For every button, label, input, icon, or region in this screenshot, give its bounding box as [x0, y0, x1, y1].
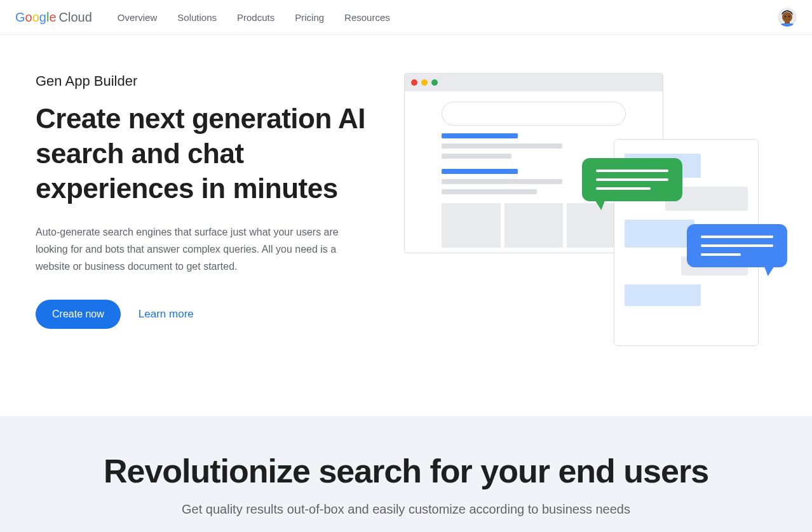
traffic-light-maximize-icon: [431, 79, 438, 86]
hero-illustration: [404, 73, 776, 365]
traffic-light-close-icon: [411, 79, 417, 86]
hero-cta-row: Create now Learn more: [36, 300, 379, 329]
speech-bubble-blue-icon: [687, 224, 787, 267]
hero-title: Create next generation AI search and cha…: [36, 101, 379, 206]
svg-point-4: [785, 16, 786, 17]
primary-nav: Overview Solutions Prodcuts Pricing Reso…: [118, 12, 390, 23]
hero-copy: Gen App Builder Create next generation A…: [36, 73, 379, 365]
browser-titlebar: [405, 74, 663, 91]
revolutionize-section: Revolutionize search for your end users …: [0, 416, 812, 532]
section2-subtitle: Get quality results out-of-box and easil…: [25, 502, 787, 517]
hero-section: Gen App Builder Create next generation A…: [0, 35, 812, 416]
svg-point-1: [782, 12, 792, 22]
illustration-chat-msg: [625, 284, 701, 306]
nav-pricing[interactable]: Pricing: [295, 12, 324, 23]
speech-bubble-green-icon: [582, 158, 682, 201]
learn-more-link[interactable]: Learn more: [139, 308, 194, 321]
nav-solutions[interactable]: Solutions: [177, 12, 217, 23]
svg-rect-3: [780, 23, 794, 27]
hero-description: Auto-generate search engines that surfac…: [36, 223, 360, 276]
section2-title: Revolutionize search for your end users: [25, 451, 787, 491]
avatar[interactable]: [778, 8, 797, 27]
google-wordmark: Google: [15, 10, 57, 25]
hero-eyebrow: Gen App Builder: [36, 73, 379, 90]
nav-overview[interactable]: Overview: [118, 12, 158, 23]
svg-point-5: [788, 16, 790, 17]
logo[interactable]: Google Cloud: [15, 10, 92, 25]
nav-products[interactable]: Prodcuts: [237, 12, 274, 23]
brand-suffix: Cloud: [59, 10, 92, 25]
illustration-chat-msg: [625, 220, 694, 248]
illustration-search-input: [442, 102, 626, 126]
create-now-button[interactable]: Create now: [36, 300, 121, 329]
traffic-light-minimize-icon: [421, 79, 428, 86]
nav-resources[interactable]: Resources: [344, 12, 390, 23]
top-nav: Google Cloud Overview Solutions Prodcuts…: [0, 0, 812, 35]
